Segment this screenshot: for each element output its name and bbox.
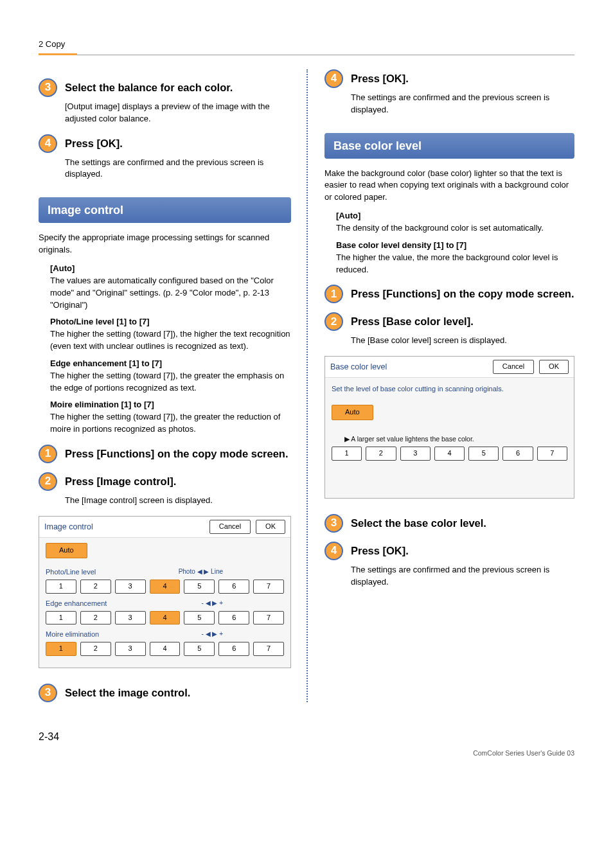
- step-badge: 1: [324, 285, 343, 303]
- row-label-edge: Edge enhancement - ◀ ▶ +: [46, 599, 284, 609]
- step-title: Press [Functions] on the copy mode scree…: [65, 445, 289, 462]
- step-title: Press [OK].: [351, 69, 409, 87]
- step-title: Select the balance for each color.: [65, 78, 233, 96]
- def-body: The higher the setting (toward [7]), the…: [50, 370, 291, 394]
- level-button-7[interactable]: 7: [537, 447, 567, 461]
- level-button-2[interactable]: 2: [80, 611, 111, 625]
- level-button-7[interactable]: 7: [253, 642, 284, 656]
- step-4-press-ok-top: 4 Press [OK].: [324, 69, 574, 88]
- level-button-4[interactable]: 4: [150, 580, 181, 594]
- def-body: The higher the setting (toward [7]), the…: [50, 411, 291, 436]
- page-number: 2-34: [39, 729, 574, 744]
- level-button-4[interactable]: 4: [434, 447, 465, 461]
- ok-button[interactable]: OK: [539, 360, 569, 374]
- level-button-5[interactable]: 5: [184, 580, 215, 594]
- level-row-moire: 1234567: [46, 642, 284, 656]
- level-button-3[interactable]: 3: [115, 580, 146, 594]
- label-text: Edge enhancement: [46, 599, 107, 609]
- ok-button[interactable]: OK: [256, 520, 285, 534]
- footer-text: ComColor Series User's Guide 03: [39, 748, 574, 758]
- screenshot-header: Image control Cancel OK: [39, 517, 290, 538]
- screenshot-message: Set the level of base color cutting in s…: [332, 384, 567, 394]
- step-badge: 4: [324, 542, 343, 560]
- def-body: The density of the background color is s…: [336, 222, 574, 235]
- label-text: Photo/Line level: [46, 567, 96, 578]
- level-button-1[interactable]: 1: [46, 580, 76, 594]
- step-3-color-balance: 3 Select the balance for each color.: [39, 78, 291, 97]
- step-title: Press [Image control].: [65, 472, 176, 490]
- level-button-3[interactable]: 3: [115, 642, 146, 656]
- level-button-4[interactable]: 4: [150, 611, 181, 625]
- level-button-6[interactable]: 6: [218, 611, 249, 625]
- screenshot-header: Base color level Cancel OK: [325, 357, 574, 378]
- definition-list: [Auto] The density of the background col…: [324, 210, 574, 276]
- step-title: Select the image control.: [65, 684, 190, 701]
- level-button-2[interactable]: 2: [366, 447, 396, 461]
- cancel-button[interactable]: Cancel: [493, 360, 534, 374]
- level-button-7[interactable]: 7: [253, 580, 284, 594]
- level-row-photo-line: 1234567: [46, 580, 284, 594]
- step-badge: 4: [324, 69, 343, 88]
- level-button-1[interactable]: 1: [332, 447, 362, 461]
- breadcrumb: 2 Copy: [39, 39, 65, 49]
- level-button-6[interactable]: 6: [218, 580, 249, 594]
- section-intro: Specify the appropriate image processing…: [39, 232, 291, 256]
- step-body: The [Image control] screen is displayed.: [65, 495, 291, 507]
- section-intro: Make the background color (base color) l…: [324, 168, 574, 204]
- step-badge: 4: [39, 134, 57, 153]
- level-button-1[interactable]: 1: [46, 642, 76, 656]
- level-button-5[interactable]: 5: [184, 611, 215, 625]
- level-button-1[interactable]: 1: [46, 611, 76, 625]
- row-label-photo-line: Photo/Line level Photo ◀ ▶ Line: [46, 567, 284, 578]
- step-2-press-base-color: 2 Press [Base color level].: [324, 312, 574, 331]
- def-body: The values are automatically configured …: [50, 275, 291, 312]
- step-body: The settings are confirmed and the previ…: [351, 564, 574, 589]
- level-button-2[interactable]: 2: [80, 642, 111, 656]
- cancel-button[interactable]: Cancel: [209, 520, 251, 534]
- step-4-press-ok-bottom: 4 Press [OK].: [324, 542, 574, 560]
- step-badge: 2: [39, 472, 57, 491]
- level-button-4[interactable]: 4: [150, 642, 181, 656]
- step-title: Press [Base color level].: [351, 312, 474, 330]
- step-badge: 3: [39, 78, 57, 97]
- level-button-5[interactable]: 5: [468, 447, 499, 461]
- section-heading-image-control: Image control: [39, 197, 291, 223]
- range-label: - ◀ ▶ +: [201, 599, 223, 609]
- def-body: The higher the setting (toward [7]), the…: [50, 328, 291, 353]
- level-button-7[interactable]: 7: [253, 611, 284, 625]
- header: 2 Copy: [39, 39, 574, 55]
- level-button-6[interactable]: 6: [502, 447, 533, 461]
- step-body: The settings are confirmed and the previ…: [65, 157, 291, 181]
- step-2-press-image-control: 2 Press [Image control].: [39, 472, 291, 491]
- level-button-5[interactable]: 5: [184, 642, 215, 656]
- screenshot-hint: ▶ A larger set value lightens the base c…: [344, 434, 567, 444]
- step-4-press-ok: 4 Press [OK].: [39, 134, 291, 153]
- screenshot-base-color: Base color level Cancel OK Set the level…: [324, 356, 574, 499]
- level-button-6[interactable]: 6: [218, 642, 249, 656]
- def-label-photo-line: Photo/Line level [1] to [7]: [50, 316, 291, 328]
- step-body: The settings are confirmed and the previ…: [351, 92, 574, 116]
- level-row-base: 1234567: [332, 447, 567, 461]
- level-row-edge: 1234567: [46, 611, 284, 625]
- auto-button[interactable]: Auto: [46, 543, 87, 558]
- level-button-2[interactable]: 2: [80, 580, 111, 594]
- step-3-select-image-control: 3 Select the image control.: [39, 684, 291, 702]
- auto-button[interactable]: Auto: [332, 405, 373, 420]
- step-title: Select the base color level.: [351, 514, 486, 531]
- step-badge: 3: [324, 514, 343, 533]
- step-badge: 2: [324, 312, 343, 331]
- step-badge: 3: [39, 684, 57, 702]
- step-title: Press [OK].: [65, 134, 123, 152]
- level-button-3[interactable]: 3: [400, 447, 431, 461]
- section-heading-base-color: Base color level: [324, 133, 574, 159]
- step-body: The [Base color level] screen is display…: [351, 335, 574, 347]
- right-column: 4 Press [OK]. The settings are confirmed…: [306, 69, 574, 702]
- screenshot-image-control: Image control Cancel OK Auto Photo/Line …: [39, 516, 291, 669]
- step-badge: 1: [39, 445, 57, 463]
- step-body: [Output image] displays a preview of the…: [65, 101, 291, 125]
- step-1-press-functions: 1 Press [Functions] on the copy mode scr…: [39, 445, 291, 463]
- left-column: 3 Select the balance for each color. [Ou…: [39, 69, 306, 702]
- level-button-3[interactable]: 3: [115, 611, 146, 625]
- def-label-base-color: Base color level density [1] to [7]: [336, 240, 574, 252]
- step-1-press-functions: 1 Press [Functions] on the copy mode scr…: [324, 285, 574, 303]
